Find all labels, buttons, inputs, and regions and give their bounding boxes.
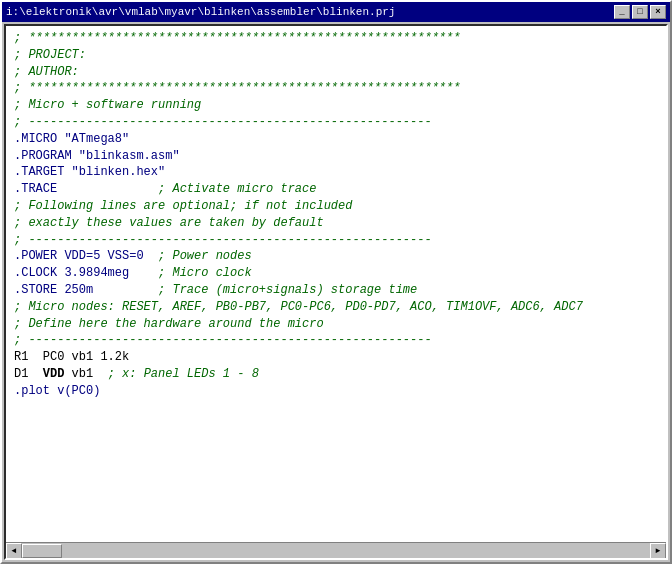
window-title: i:\elektronik\avr\vmlab\myavr\blinken\as… bbox=[6, 6, 395, 18]
code-line: .STORE 250m ; Trace (micro+signals) stor… bbox=[14, 282, 658, 299]
title-buttons: _ □ × bbox=[614, 5, 666, 19]
scroll-right-button[interactable]: ► bbox=[650, 543, 666, 559]
code-line: .TARGET "blinken.hex" bbox=[14, 164, 658, 181]
close-button[interactable]: × bbox=[650, 5, 666, 19]
code-line: .POWER VDD=5 VSS=0 ; Power nodes bbox=[14, 248, 658, 265]
title-bar: i:\elektronik\avr\vmlab\myavr\blinken\as… bbox=[2, 2, 670, 22]
scroll-track[interactable] bbox=[22, 543, 650, 558]
code-line: R1 PC0 vb1 1.2k bbox=[14, 349, 658, 366]
code-line: ; **************************************… bbox=[14, 80, 658, 97]
code-line: ; Following lines are optional; if not i… bbox=[14, 198, 658, 215]
scroll-thumb[interactable] bbox=[22, 544, 62, 558]
code-line: ; PROJECT: bbox=[14, 47, 658, 64]
code-line: .MICRO "ATmega8" bbox=[14, 131, 658, 148]
code-line: D1 VDD vb1 ; x: Panel LEDs 1 - 8 bbox=[14, 366, 658, 383]
code-line: ; Micro + software running bbox=[14, 97, 658, 114]
code-line: ; AUTHOR: bbox=[14, 64, 658, 81]
code-line: ; --------------------------------------… bbox=[14, 332, 658, 349]
content-area: ; **************************************… bbox=[4, 24, 668, 560]
maximize-button[interactable]: □ bbox=[632, 5, 648, 19]
code-line: ; --------------------------------------… bbox=[14, 114, 658, 131]
code-line: ; --------------------------------------… bbox=[14, 232, 658, 249]
code-line: .CLOCK 3.9894meg ; Micro clock bbox=[14, 265, 658, 282]
code-line: ; **************************************… bbox=[14, 30, 658, 47]
code-container: ; **************************************… bbox=[6, 26, 666, 542]
main-window: i:\elektronik\avr\vmlab\myavr\blinken\as… bbox=[0, 0, 672, 564]
scroll-left-button[interactable]: ◄ bbox=[6, 543, 22, 559]
code-scroll[interactable]: ; **************************************… bbox=[6, 26, 666, 542]
horizontal-scrollbar: ◄ ► bbox=[6, 542, 666, 558]
code-line: .PROGRAM "blinkasm.asm" bbox=[14, 148, 658, 165]
code-line: .plot v(PC0) bbox=[14, 383, 658, 400]
code-line: .TRACE ; Activate micro trace bbox=[14, 181, 658, 198]
minimize-button[interactable]: _ bbox=[614, 5, 630, 19]
code-line: ; Micro nodes: RESET, AREF, PB0-PB7, PC0… bbox=[14, 299, 658, 316]
code-line: ; exactly these values are taken by defa… bbox=[14, 215, 658, 232]
code-line: ; Define here the hardware around the mi… bbox=[14, 316, 658, 333]
